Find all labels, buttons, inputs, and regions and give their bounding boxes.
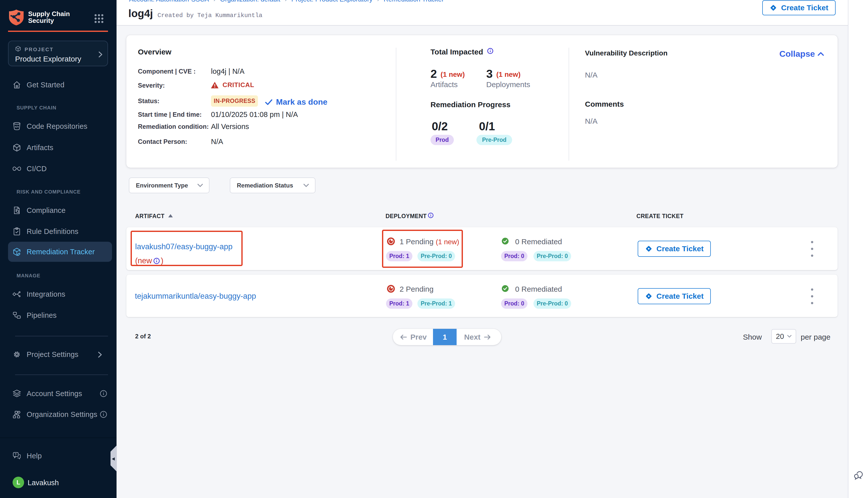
svg-text:?: ? (15, 453, 16, 456)
